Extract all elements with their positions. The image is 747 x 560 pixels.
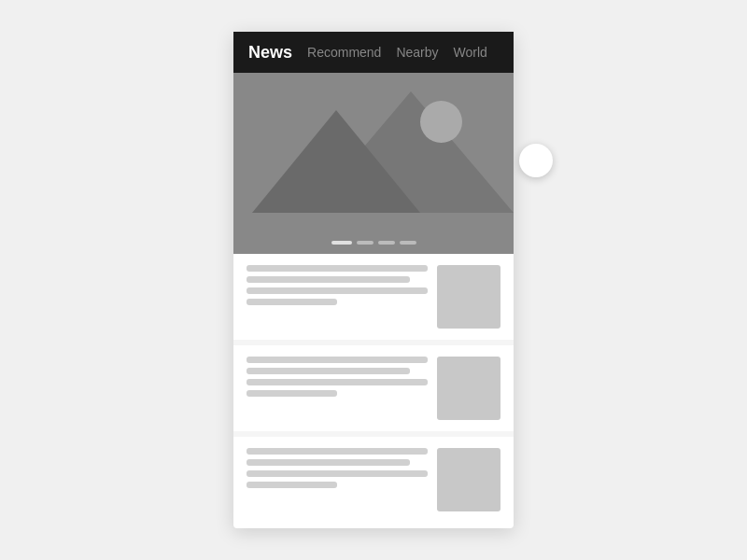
tab-news[interactable]: News — [248, 39, 292, 66]
news-thumbnail — [437, 357, 500, 420]
dot-1[interactable] — [331, 241, 352, 245]
text-line — [247, 482, 337, 488]
text-line — [247, 287, 428, 294]
news-text-block — [247, 357, 428, 397]
text-line — [247, 276, 410, 283]
news-thumbnail — [437, 265, 500, 329]
hero-illustration — [233, 73, 514, 213]
hero-banner — [233, 73, 514, 231]
tab-bar: News Recommend Nearby World — [233, 32, 514, 73]
dot-4[interactable] — [400, 241, 416, 245]
carousel-dots — [233, 231, 514, 254]
news-text-block — [247, 265, 428, 305]
text-line — [247, 379, 428, 385]
text-line — [247, 459, 410, 466]
news-text-block — [247, 448, 428, 488]
news-thumbnail — [437, 448, 500, 511]
tab-nearby[interactable]: Nearby — [396, 41, 438, 63]
text-line — [247, 470, 428, 477]
news-item[interactable] — [233, 437, 514, 523]
text-line — [247, 448, 428, 455]
dot-2[interactable] — [357, 241, 374, 245]
news-list — [233, 254, 514, 523]
text-line — [247, 265, 428, 272]
sun-circle — [420, 101, 462, 143]
text-line — [247, 299, 337, 305]
text-line — [247, 390, 337, 397]
text-line — [247, 368, 410, 374]
text-line — [247, 357, 428, 363]
tab-recommend[interactable]: Recommend — [307, 41, 381, 63]
float-button[interactable] — [519, 144, 553, 177]
phone-frame: News Recommend Nearby World — [233, 32, 514, 528]
mountain-left — [252, 110, 420, 213]
dot-3[interactable] — [378, 241, 395, 245]
news-item[interactable] — [233, 254, 514, 340]
news-item[interactable] — [233, 345, 514, 431]
tab-world[interactable]: World — [454, 41, 487, 63]
